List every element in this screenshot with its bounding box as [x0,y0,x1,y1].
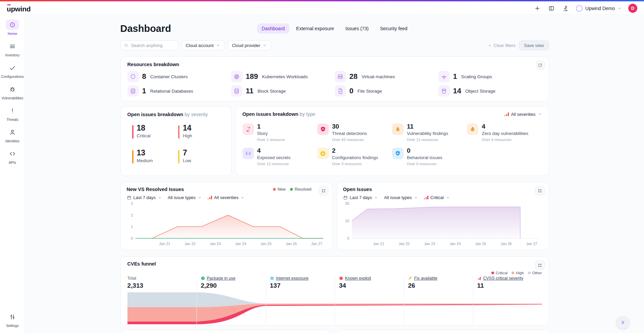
resource-object-storage[interactable]: 14 Object Storage [438,85,542,97]
sidebar-item-identities[interactable]: Identities [5,127,19,143]
stage-link[interactable]: Package in use [207,276,235,281]
sidebar-item-home[interactable]: Home [6,19,19,36]
svg-text:Jan 22: Jan 22 [184,242,195,246]
type-vulnerability-findings[interactable]: 11 Vulnerability findings Over 11 resour… [392,123,467,142]
svg-text:Jan 25: Jan 25 [260,242,271,246]
org-switcher[interactable]: Upwind Demo [576,5,622,12]
expand-button[interactable] [535,260,545,270]
open-issues-card: Open Issues Last 7 days [337,182,549,250]
chevron-down-icon [538,112,542,116]
sidebar-item-apis[interactable]: APIs [6,148,19,164]
severity-label: Critical [137,133,151,138]
sidebar: Home Inventory Configurations Vulnerabil… [0,15,25,333]
tab-security-feed[interactable]: Security feed [375,23,412,34]
type-story[interactable]: 1 Story Over 1 resource [243,123,317,142]
severity-critical[interactable]: 18 Critical [132,124,178,139]
story-scroll-icon [243,124,254,135]
oi-date-range-filter[interactable]: Last 7 days [343,195,378,200]
stage-link[interactable]: Fix available [414,276,437,281]
nvr-filters: Last 7 days All issue types All severiti… [127,195,326,200]
sidebar-item-configurations[interactable]: Configurations [1,62,24,79]
cloud-provider-filter[interactable]: Cloud provider [228,40,271,50]
running-person-icon[interactable] [562,5,569,12]
type-subtitle: by type [300,111,315,117]
scaling-groups-icon [438,71,450,82]
cves-funnel-card: CVEs funnel Critical High Other Total [120,256,549,326]
vulnerability-bug-icon [392,124,404,135]
known-exploit-icon [339,276,343,280]
tab-dashboard[interactable]: Dashboard [257,23,289,34]
type-threat-detections[interactable]: 30 Threat detections Over 42 resources [317,123,392,142]
type-label: Configurations findings [332,155,392,160]
open-issues-chart: 01020Jan 21Jan 22Jan 23Jan 24Jan 25Jan 2… [343,200,543,247]
legend-critical: Critical [491,271,507,275]
resource-kubernetes-workloads[interactable]: 189 Kubernetes Workloads [231,71,335,82]
type-label: Vulnerability findings [407,131,467,136]
severity-high[interactable]: 14 High [178,124,224,139]
type-zero-day-vulnerabilities[interactable]: 4 Zero day vulnerabilities Over 4 resour… [467,123,542,142]
svg-text:10: 10 [345,219,349,223]
nvr-severity-filter[interactable]: All severities [208,195,245,200]
type-configurations-findings[interactable]: 2 Configurations findings Over 3 resourc… [317,147,392,166]
tab-external-exposure[interactable]: External exposure [291,23,339,34]
expand-button[interactable] [535,186,545,195]
sidebar-item-threats[interactable]: Threats [6,105,19,122]
open-in-new-button[interactable] [536,61,545,69]
sidebar-item-inventory[interactable]: Inventory [5,41,19,57]
dashboard-content: Dashboard Dashboard External exposure Is… [120,15,549,333]
page-title: Dashboard [120,23,171,34]
legend-label: High [516,271,524,275]
user-avatar[interactable]: D [628,4,637,13]
sidebar-item-settings[interactable]: Settings [6,312,19,328]
nvr-issue-type-filter[interactable]: All issue types [168,195,202,200]
upwind-app: upwind Upwind Demo D [0,0,644,333]
save-view-button[interactable]: Save view [519,40,549,50]
type-exposed-secrets[interactable]: 4 Exposed secrets Over 12 resources [243,147,317,166]
package-in-use-icon [201,276,205,280]
severity-label: Medium [137,158,153,163]
cves-funnel-body: Total 2,313 Package in use 2,290 [127,276,542,324]
resource-block-storage[interactable]: 11 Block Storage [231,85,335,97]
resource-value: 28 [350,72,358,81]
add-icon[interactable] [534,5,541,12]
stage-link[interactable]: Known exploit [345,276,371,281]
cloud-provider-label: Cloud provider [232,43,261,48]
cloud-account-filter[interactable]: Cloud account [181,40,224,50]
scroll-down-button[interactable] [616,316,629,329]
panels-icon[interactable] [548,5,555,12]
charts-row: New VS Resolved Issues New Resolved [120,182,549,250]
resource-scaling-groups[interactable]: 1 Scaling Groups [438,71,542,82]
calendar-icon [127,195,131,200]
all-severities-select[interactable]: All severities [504,112,542,117]
resource-label: Container Clusters [150,74,188,79]
severity-bars-icon [424,196,428,199]
stage-link[interactable]: Internet exposure [276,276,309,281]
oi-issue-type-filter[interactable]: All issue types [384,195,418,200]
resource-relational-databases[interactable]: 1 Relational Databases [127,85,231,97]
severity-low[interactable]: 7 Low [178,149,224,163]
oi-filters: Last 7 days All issue types Critical [343,195,543,200]
search-input[interactable] [130,43,174,48]
cves-title: CVEs funnel [127,261,542,267]
stage-value: 2,313 [127,282,197,289]
resource-virtual-machines[interactable]: 28 Virtual machines [335,71,438,82]
stage-link[interactable]: CVSS critical severity [483,276,523,281]
type-label: Story [257,131,317,136]
tab-issues[interactable]: Issues (73) [341,23,373,34]
resource-label: Relational Databases [150,89,193,94]
resource-value: 1 [142,87,146,95]
severity-medium[interactable]: 13 Medium [132,149,178,163]
legend-label: Critical [496,271,507,275]
resource-file-storage[interactable]: 0 File Storage [335,85,438,97]
severity-value: 13 [137,149,153,157]
type-behavioral-issues[interactable]: 0 Behavioral issues Over 0 resources [392,147,467,166]
svg-text:0: 0 [130,236,132,240]
sidebar-item-vulnerabilities[interactable]: Vulnerabilities [2,84,23,100]
type-value: 4 [482,123,542,131]
expand-button[interactable] [319,186,328,195]
resource-label: Object Storage [465,89,495,94]
oi-severity-filter[interactable]: Critical [424,195,450,200]
clear-filters-button[interactable]: Clear filters [488,43,516,48]
nvr-date-range-filter[interactable]: Last 7 days [127,195,162,200]
resource-container-clusters[interactable]: 8 Container Clusters [127,71,231,82]
